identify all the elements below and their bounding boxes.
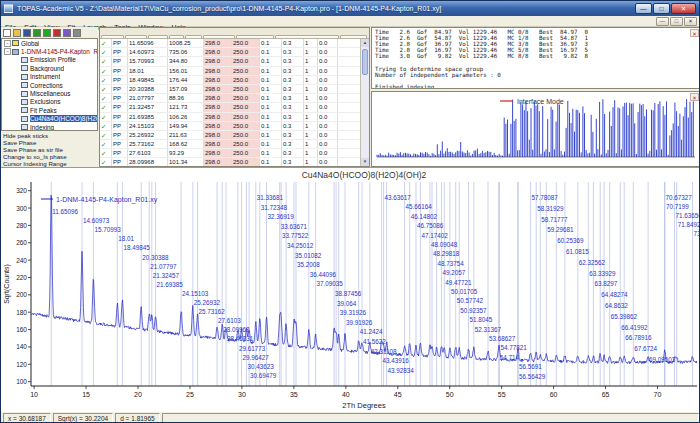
grid-cell-v5[interactable]: 1 [304,67,318,75]
grid-cell-v5[interactable]: 1 [304,122,318,130]
grid-cell-use[interactable]: ✓ [100,131,112,139]
grid-cell-v4[interactable]: 0.3 [282,113,304,121]
grid-cell-v2[interactable]: 250.0 [232,131,260,139]
tree-item-cu4na4o-hcoo-8-h2o-4-oh-2[interactable]: Cu4Na4O(HCOO)8(H2O)4(OH)2 [2,115,97,123]
grid-cell-v6[interactable]: 0.0 [318,57,338,65]
grid-row[interactable]: ✓PP27.610393.29298.0250.00.10.310.0 [100,149,360,158]
grid-cell-v6[interactable]: 0.0 [318,76,338,84]
grid-cell-v2[interactable]: 250.0 [232,94,260,102]
grid-row[interactable]: ✓PP11.650961008.25298.0250.00.10.310.0 [100,39,360,48]
grid-cell-code[interactable]: PP [112,122,128,130]
minimize-button[interactable]: — [635,3,652,14]
grid-cell-v3[interactable]: 0.1 [260,57,282,65]
grid-cell-v2[interactable]: 250.0 [232,149,260,157]
tree-item-1-dnm-4145-p4-kapton-r01-xy[interactable]: -1-DNM-4145-P4-Kapton_R01.xy [2,47,97,55]
grid-cell-use[interactable]: ✓ [100,76,112,84]
grid-cell-area[interactable]: 88.36 [168,94,204,102]
grid-cell-v4[interactable]: 0.3 [282,149,304,157]
grid-cell-v3[interactable]: 0.1 [260,158,282,166]
grid-cell-v4[interactable]: 0.3 [282,122,304,130]
diffraction-chart-panel[interactable]: 1015202530354045505560657010012014016018… [1,167,700,411]
action-link-change-to-xo-is-phase[interactable]: Change to xo_Is phase [3,153,96,160]
grid-cell-v2[interactable]: 250.0 [232,57,260,65]
grid-cell-code[interactable]: PP [112,67,128,75]
grid-cell-area[interactable]: 121.73 [168,103,204,111]
run-icon[interactable] [43,29,51,37]
grid-cell-v1[interactable]: 298.0 [204,122,232,130]
grid-cell-area[interactable]: 106.26 [168,113,204,121]
mdi-close-button[interactable]: ✕ [684,17,697,26]
tree-item-fit-peaks[interactable]: Fit Peaks [2,106,97,114]
grid-cell-v2[interactable]: 250.0 [232,158,260,166]
grid-cell-use[interactable]: ✓ [100,85,112,93]
grid-cell-v1[interactable]: 298.0 [204,94,232,102]
grid-cell-v4[interactable]: 0.3 [282,76,304,84]
grid-cell-v1[interactable]: 298.0 [204,39,232,47]
grid-cell-pos[interactable]: 21.07797 [128,94,168,102]
grid-cell-v6[interactable]: 0.0 [318,67,338,75]
grid-cell-use[interactable]: ✓ [100,113,112,121]
mdi-restore-button[interactable]: □ [670,17,683,26]
grid-cell-v3[interactable]: 0.1 [260,67,282,75]
tree-item-emission-profile[interactable]: Emission Profile [2,56,97,64]
save-icon[interactable] [23,29,31,37]
scroll-up-icon[interactable]: ▲ [361,39,369,47]
grid-cell-v1[interactable]: 298.0 [204,149,232,157]
grid-scrollbar[interactable]: ▲ ▼ [360,39,369,166]
grid-row[interactable]: ✓PP21.69385106.26298.0250.00.10.310.0 [100,113,360,122]
grid-cell-v3[interactable]: 0.1 [260,140,282,148]
grid-cell-pos[interactable]: 18.49845 [128,76,168,84]
grid-cell-v1[interactable]: 298.0 [204,57,232,65]
grid-cell-code[interactable]: PP [112,113,128,121]
grid-cell-v6[interactable]: 0.0 [318,149,338,157]
grid-cell-area[interactable]: 93.29 [168,149,204,157]
close-button[interactable]: ✕ [671,3,696,14]
chart-icon[interactable] [63,29,71,37]
grid-cell-pos[interactable]: 18.01 [128,67,168,75]
grid-row[interactable]: ✓PP18.49845176.44298.0250.00.10.310.0 [100,76,360,85]
grid-row[interactable]: ✓PP15.70993344.80298.0250.00.10.310.0 [100,57,360,66]
grid-cell-v6[interactable]: 0.0 [318,122,338,130]
grid-cell-pos[interactable]: 11.65096 [128,39,168,47]
grid-cell-v5[interactable]: 1 [304,85,318,93]
grid-cell-use[interactable]: ✓ [100,48,112,56]
grid-cell-code[interactable]: PP [112,39,128,47]
grid-cell-v3[interactable]: 0.1 [260,94,282,102]
grid-cell-v1[interactable]: 298.0 [204,113,232,121]
action-link-save-phase[interactable]: Save Phase [3,139,96,146]
tree-item-exclusions[interactable]: Exclusions [2,98,97,106]
grid-cell-v1[interactable]: 298.0 [204,103,232,111]
tree-item-corrections[interactable]: Corrections [2,81,97,89]
maximize-button[interactable]: □ [653,3,670,14]
grid-row[interactable]: ✓PP24.15103149.94298.0250.00.10.310.0 [100,122,360,131]
grid-cell-v6[interactable]: 0.0 [318,140,338,148]
grid-cell-v2[interactable]: 250.0 [232,39,260,47]
grid-cell-use[interactable]: ✓ [100,122,112,130]
grid-cell-v6[interactable]: 0.0 [318,131,338,139]
grid-row[interactable]: ✓PP25.26932211.63298.0250.00.10.310.0 [100,131,360,140]
grid-cell-v2[interactable]: 250.0 [232,67,260,75]
tree-item-global[interactable]: -Global [2,39,97,47]
grid-cell-pos[interactable]: 24.15103 [128,122,168,130]
grid-cell-pos[interactable]: 15.70993 [128,57,168,65]
grid-row[interactable]: ✓PP21.32457121.73298.0250.00.10.310.0 [100,103,360,112]
help-icon[interactable] [73,29,81,37]
grid-cell-v1[interactable]: 298.0 [204,67,232,75]
grid-cell-v6[interactable]: 0.0 [318,85,338,93]
tree-expander-icon[interactable]: - [4,48,11,55]
grid-cell-v6[interactable]: 0.0 [318,94,338,102]
grid-cell-pos[interactable]: 27.6103 [128,149,168,157]
grid-cell-code[interactable]: PP [112,57,128,65]
grid-cell-v2[interactable]: 250.0 [232,103,260,111]
grid-cell-v5[interactable]: 1 [304,140,318,148]
grid-cell-v3[interactable]: 0.1 [260,113,282,121]
interface-plot[interactable]: Interface Mode [373,93,699,165]
grid-cell-v6[interactable]: 0.0 [318,103,338,111]
grid-row[interactable]: ✓PP20.30388157.09298.0250.00.10.310.0 [100,85,360,94]
grid-cell-v6[interactable]: 0.0 [318,39,338,47]
scroll-thumb[interactable] [362,49,368,75]
grid-cell-v5[interactable]: 1 [304,113,318,121]
grid-cell-v6[interactable]: 0.0 [318,113,338,121]
grid-cell-v5[interactable]: 1 [304,48,318,56]
mdi-minimize-button[interactable]: — [656,17,669,26]
